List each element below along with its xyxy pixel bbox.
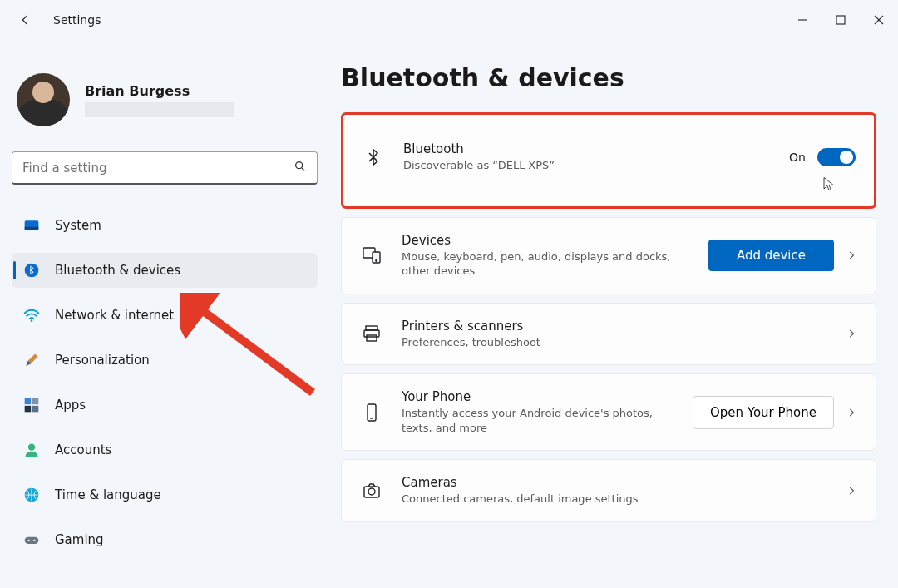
svg-point-18 xyxy=(33,540,35,541)
devices-icon xyxy=(360,245,383,265)
open-your-phone-button[interactable]: Open Your Phone xyxy=(693,396,834,429)
svg-rect-1 xyxy=(836,16,845,24)
sidebar-item-bluetooth-devices[interactable]: Bluetooth & devices xyxy=(12,253,318,288)
phone-subtitle: Instantly access your Android device's p… xyxy=(402,406,674,435)
page-title: Bluetooth & devices xyxy=(341,63,876,92)
svg-rect-16 xyxy=(25,537,39,544)
nav-label: System xyxy=(55,218,101,233)
printers-title: Printers & scanners xyxy=(402,319,827,334)
cameras-title: Cameras xyxy=(402,475,827,490)
titlebar: Settings xyxy=(0,0,898,40)
paintbrush-icon xyxy=(23,352,40,368)
sidebar-item-apps[interactable]: Apps xyxy=(12,388,318,422)
nav-label: Gaming xyxy=(55,532,104,547)
maximize-button[interactable] xyxy=(822,3,860,37)
nav-label: Personalization xyxy=(55,353,150,368)
person-icon xyxy=(23,442,40,458)
clock-globe-icon xyxy=(23,487,40,503)
svg-point-8 xyxy=(25,264,39,278)
nav-label: Network & internet xyxy=(55,308,174,323)
sidebar-item-accounts[interactable]: Accounts xyxy=(12,432,318,467)
svg-point-9 xyxy=(31,319,33,322)
svg-rect-12 xyxy=(25,406,32,413)
sidebar-item-system[interactable]: System xyxy=(12,208,318,243)
nav-label: Time & language xyxy=(55,487,161,502)
avatar xyxy=(17,73,70,126)
bluetooth-subtitle: Discoverable as “DELL-XPS” xyxy=(403,158,771,173)
bluetooth-toggle[interactable] xyxy=(817,148,856,166)
add-device-button[interactable]: Add device xyxy=(708,240,834,271)
printers-card[interactable]: Printers & scanners Preferences, trouble… xyxy=(341,303,876,366)
search-icon xyxy=(294,160,307,176)
apps-icon xyxy=(23,397,40,413)
sidebar-item-network[interactable]: Network & internet xyxy=(12,298,318,333)
nav-label: Bluetooth & devices xyxy=(55,263,180,278)
phone-title: Your Phone xyxy=(402,389,674,404)
devices-title: Devices xyxy=(402,233,690,248)
wifi-icon xyxy=(23,307,40,324)
your-phone-card[interactable]: Your Phone Instantly access your Android… xyxy=(341,373,876,451)
svg-rect-24 xyxy=(367,335,377,341)
cameras-card[interactable]: Cameras Connected cameras, default image… xyxy=(341,459,876,522)
sidebar-item-gaming[interactable]: Gaming xyxy=(12,522,318,557)
camera-icon xyxy=(360,481,383,501)
chevron-right-icon xyxy=(846,485,857,497)
svg-point-21 xyxy=(376,260,377,261)
phone-icon xyxy=(360,403,383,422)
devices-card[interactable]: Devices Mouse, keyboard, pen, audio, dis… xyxy=(341,217,876,294)
search-input[interactable] xyxy=(22,161,294,175)
back-button[interactable] xyxy=(15,10,35,30)
printers-subtitle: Preferences, troubleshoot xyxy=(402,335,827,350)
gamepad-icon xyxy=(23,531,40,548)
chevron-right-icon xyxy=(846,407,857,418)
window-controls xyxy=(783,3,898,37)
svg-rect-11 xyxy=(32,398,39,405)
bluetooth-state-label: On xyxy=(789,151,806,164)
svg-point-14 xyxy=(28,444,35,451)
svg-rect-22 xyxy=(366,326,377,330)
window-title: Settings xyxy=(53,13,101,27)
bluetooth-title: Bluetooth xyxy=(403,141,771,156)
svg-point-28 xyxy=(368,488,375,495)
svg-rect-7 xyxy=(25,227,39,230)
profile-block[interactable]: Brian Burgess xyxy=(12,40,318,151)
chevron-right-icon xyxy=(846,250,857,261)
profile-name: Brian Burgess xyxy=(85,83,234,99)
sidebar-item-time-language[interactable]: Time & language xyxy=(12,477,318,512)
sidebar-item-personalization[interactable]: Personalization xyxy=(12,343,318,378)
cameras-subtitle: Connected cameras, default image setting… xyxy=(402,492,827,506)
svg-point-4 xyxy=(296,161,303,168)
nav-list: System Bluetooth & devices Network & int… xyxy=(12,208,318,557)
svg-rect-13 xyxy=(32,406,39,413)
bluetooth-icon xyxy=(23,262,40,279)
minimize-button[interactable] xyxy=(783,3,822,37)
svg-rect-10 xyxy=(25,398,32,405)
profile-email-redacted xyxy=(85,102,234,117)
bluetooth-card[interactable]: Bluetooth Discoverable as “DELL-XPS” On xyxy=(341,112,876,209)
bluetooth-icon xyxy=(362,147,385,167)
search-box[interactable] xyxy=(12,151,318,185)
svg-point-17 xyxy=(28,540,30,541)
system-icon xyxy=(23,217,40,234)
nav-label: Apps xyxy=(55,398,86,413)
nav-label: Accounts xyxy=(55,442,111,457)
devices-subtitle: Mouse, keyboard, pen, audio, displays an… xyxy=(402,250,690,279)
chevron-right-icon xyxy=(846,328,857,339)
printer-icon xyxy=(360,324,383,343)
main-content: Bluetooth & devices Bluetooth Discoverab… xyxy=(341,40,898,588)
sidebar: Brian Burgess System Bluetooth & devices… xyxy=(0,40,341,588)
close-button[interactable] xyxy=(860,3,898,37)
svg-line-5 xyxy=(302,168,304,170)
